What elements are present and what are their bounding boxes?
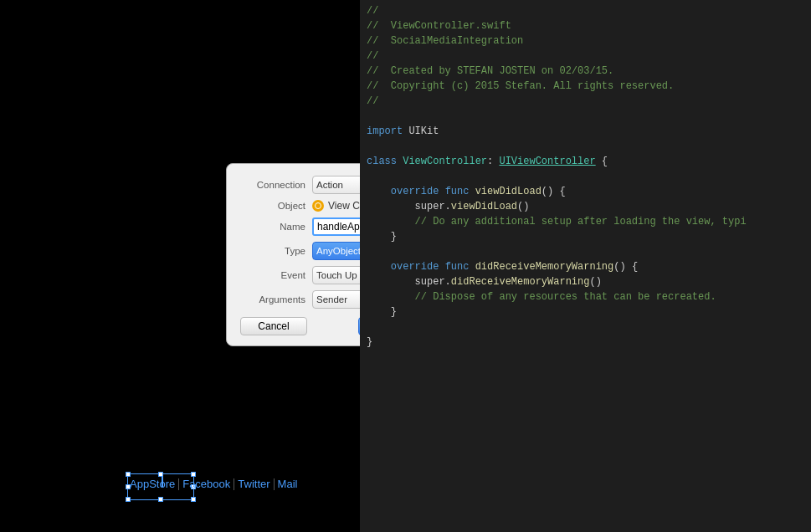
code-line-14: super.viewDidLoad() — [367, 199, 811, 214]
name-row: Name — [240, 217, 360, 236]
handle-bl[interactable] — [126, 497, 131, 502]
canvas-area: AppStore Facebook Twitter Mail Connectio… — [0, 0, 360, 532]
code-line-7: // — [367, 94, 811, 109]
dialog-buttons-row: Cancel Connect — [240, 317, 360, 335]
code-line-1: // — [367, 3, 811, 18]
type-control[interactable]: AnyObject ⌃ — [312, 242, 360, 260]
name-input[interactable] — [312, 217, 360, 236]
ui-buttons-row: AppStore Facebook Twitter Mail — [130, 478, 297, 490]
arguments-value: Sender — [316, 294, 347, 304]
code-line-2: // ViewController.swift — [367, 18, 811, 33]
arguments-row: Arguments Sender ⌃ — [240, 290, 360, 309]
name-label: Name — [240, 222, 305, 232]
code-content: // // ViewController.swift // SocialMedi… — [367, 3, 811, 350]
type-label: Type — [240, 246, 305, 256]
connection-label: Connection — [240, 180, 305, 190]
object-value: View Controller — [328, 200, 360, 212]
code-line-11: class ViewController: UIViewController { — [367, 154, 811, 169]
divider-1 — [178, 478, 179, 490]
appstore-button[interactable]: AppStore — [130, 478, 175, 490]
code-editor-panel: // // ViewController.swift // SocialMedi… — [360, 0, 811, 532]
code-line-15: // Do any additional setup after loading… — [367, 214, 811, 229]
code-line-13: override func viewDidLoad() { — [367, 184, 811, 199]
handle-br[interactable] — [191, 497, 196, 502]
code-line-16: } — [367, 229, 811, 244]
type-row: Type AnyObject ⌃ — [240, 242, 360, 260]
code-line-17 — [367, 244, 811, 259]
code-line-10 — [367, 139, 811, 154]
type-select[interactable]: AnyObject ⌃ — [312, 242, 360, 260]
connect-dialog: Connection Action ⌃ Object View C — [226, 163, 360, 346]
interface-builder-panel: AppStore Facebook Twitter Mail Connectio… — [0, 0, 360, 532]
code-line-23: } — [367, 335, 811, 350]
handle-tl[interactable] — [126, 472, 131, 477]
event-select[interactable]: Touch Up Inside ⌃ — [312, 266, 360, 284]
code-line-12 — [367, 169, 811, 184]
code-line-20: // Dispose of any resources that can be … — [367, 289, 811, 304]
facebook-button[interactable]: Facebook — [182, 478, 230, 490]
event-value: Touch Up Inside — [316, 270, 360, 280]
connect-button[interactable]: Connect — [358, 317, 360, 335]
handle-tr[interactable] — [191, 472, 196, 477]
code-line-4: // — [367, 49, 811, 64]
code-line-22 — [367, 320, 811, 335]
code-line-21: } — [367, 304, 811, 320]
divider-2 — [234, 478, 234, 490]
code-line-3: // SocialMediaIntegration — [367, 33, 811, 49]
event-row: Event Touch Up Inside ⌃ — [240, 266, 360, 284]
event-control[interactable]: Touch Up Inside ⌃ — [312, 266, 360, 284]
divider-3 — [274, 478, 275, 490]
connection-value: Action — [316, 180, 343, 190]
connection-control[interactable]: Action ⌃ — [312, 176, 360, 194]
cancel-button[interactable]: Cancel — [240, 317, 307, 335]
view-controller-icon — [312, 200, 324, 212]
code-line-9: import UIKit — [367, 124, 811, 139]
connection-select[interactable]: Action ⌃ — [312, 176, 360, 194]
object-control: View Controller — [312, 200, 360, 212]
twitter-button[interactable]: Twitter — [238, 478, 269, 490]
object-row: Object View Controller — [240, 200, 360, 212]
code-line-5: // Created by STEFAN JOSTEN on 02/03/15. — [367, 64, 811, 79]
code-line-18: override func didReceiveMemoryWarning() … — [367, 259, 811, 274]
connector-line — [162, 477, 163, 487]
dialog-box-container: Connection Action ⌃ Object View C — [226, 163, 360, 346]
code-line-6: // Copyright (c) 2015 Stefan. All rights… — [367, 79, 811, 94]
event-label: Event — [240, 270, 305, 280]
arguments-select[interactable]: Sender ⌃ — [312, 290, 360, 309]
connection-row: Connection Action ⌃ — [240, 176, 360, 194]
handle-bm[interactable] — [158, 497, 163, 502]
name-control[interactable] — [312, 217, 360, 236]
code-line-8 — [367, 109, 811, 124]
arguments-control[interactable]: Sender ⌃ — [312, 290, 360, 309]
arguments-label: Arguments — [240, 294, 305, 304]
type-value: AnyObject — [316, 246, 360, 256]
mail-button[interactable]: Mail — [278, 478, 298, 490]
code-line-19: super.didReceiveMemoryWarning() — [367, 274, 811, 289]
object-label: Object — [240, 201, 305, 211]
object-value-row: View Controller — [312, 200, 360, 212]
